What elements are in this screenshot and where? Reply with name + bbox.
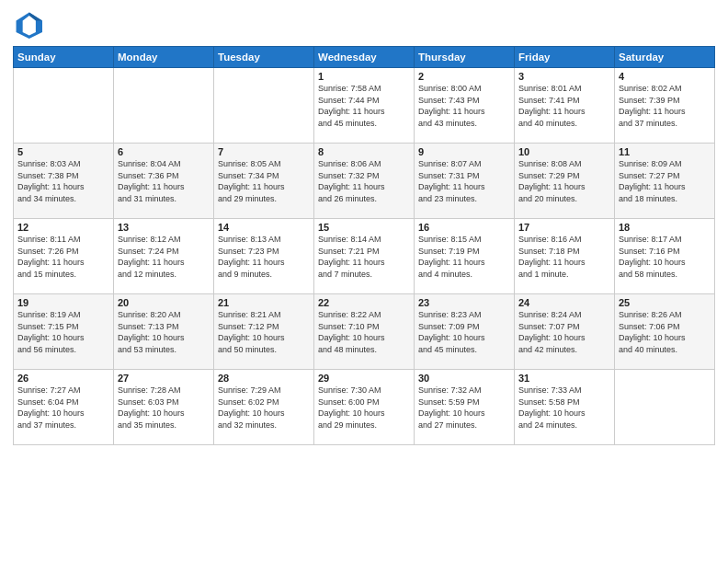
day-number: 2	[418, 71, 510, 82]
table-row: 14Sunrise: 8:13 AM Sunset: 7:23 PM Dayli…	[214, 219, 314, 294]
day-info: Sunrise: 7:58 AM Sunset: 7:44 PM Dayligh…	[318, 83, 410, 129]
col-saturday: Saturday	[615, 47, 715, 68]
table-row: 24Sunrise: 8:24 AM Sunset: 7:07 PM Dayli…	[515, 294, 615, 370]
day-info: Sunrise: 8:12 AM Sunset: 7:24 PM Dayligh…	[118, 234, 210, 280]
day-number: 13	[118, 222, 210, 233]
table-row: 25Sunrise: 8:26 AM Sunset: 7:06 PM Dayli…	[615, 294, 715, 370]
day-info: Sunrise: 8:05 AM Sunset: 7:34 PM Dayligh…	[218, 158, 310, 204]
table-row: 12Sunrise: 8:11 AM Sunset: 7:26 PM Dayli…	[14, 219, 114, 294]
table-row: 27Sunrise: 7:28 AM Sunset: 6:03 PM Dayli…	[114, 370, 214, 445]
col-thursday: Thursday	[415, 47, 515, 68]
day-number: 18	[619, 222, 711, 233]
day-info: Sunrise: 8:20 AM Sunset: 7:13 PM Dayligh…	[118, 309, 210, 355]
day-info: Sunrise: 8:00 AM Sunset: 7:43 PM Dayligh…	[418, 83, 510, 129]
calendar-week-row: 12Sunrise: 8:11 AM Sunset: 7:26 PM Dayli…	[14, 219, 715, 294]
day-number: 8	[318, 146, 410, 157]
day-number: 25	[619, 297, 711, 308]
day-info: Sunrise: 8:23 AM Sunset: 7:09 PM Dayligh…	[418, 309, 510, 355]
day-info: Sunrise: 8:11 AM Sunset: 7:26 PM Dayligh…	[17, 234, 109, 280]
day-info: Sunrise: 7:30 AM Sunset: 6:00 PM Dayligh…	[318, 385, 410, 431]
day-number: 30	[418, 373, 510, 384]
table-row	[615, 370, 715, 445]
header	[13, 9, 715, 39]
day-info: Sunrise: 8:07 AM Sunset: 7:31 PM Dayligh…	[418, 158, 510, 204]
page: Sunday Monday Tuesday Wednesday Thursday…	[0, 0, 728, 563]
table-row: 16Sunrise: 8:15 AM Sunset: 7:19 PM Dayli…	[415, 219, 515, 294]
col-wednesday: Wednesday	[314, 47, 415, 68]
table-row: 21Sunrise: 8:21 AM Sunset: 7:12 PM Dayli…	[214, 294, 314, 370]
table-row: 13Sunrise: 8:12 AM Sunset: 7:24 PM Dayli…	[114, 219, 214, 294]
col-friday: Friday	[515, 47, 615, 68]
calendar-week-row: 26Sunrise: 7:27 AM Sunset: 6:04 PM Dayli…	[14, 370, 715, 445]
day-number: 22	[318, 297, 410, 308]
day-number: 17	[518, 222, 610, 233]
day-info: Sunrise: 8:16 AM Sunset: 7:18 PM Dayligh…	[518, 234, 610, 280]
day-number: 12	[17, 222, 109, 233]
table-row: 30Sunrise: 7:32 AM Sunset: 5:59 PM Dayli…	[415, 370, 515, 445]
calendar-header-row: Sunday Monday Tuesday Wednesday Thursday…	[14, 47, 715, 68]
day-number: 1	[318, 71, 410, 82]
table-row: 22Sunrise: 8:22 AM Sunset: 7:10 PM Dayli…	[314, 294, 415, 370]
table-row	[14, 68, 114, 144]
col-monday: Monday	[114, 47, 214, 68]
day-number: 9	[418, 146, 510, 157]
day-info: Sunrise: 8:21 AM Sunset: 7:12 PM Dayligh…	[218, 309, 310, 355]
day-info: Sunrise: 7:33 AM Sunset: 5:58 PM Dayligh…	[518, 385, 610, 431]
day-number: 28	[218, 373, 310, 384]
day-info: Sunrise: 7:32 AM Sunset: 5:59 PM Dayligh…	[418, 385, 510, 431]
day-info: Sunrise: 7:27 AM Sunset: 6:04 PM Dayligh…	[17, 385, 109, 431]
table-row: 29Sunrise: 7:30 AM Sunset: 6:00 PM Dayli…	[314, 370, 415, 445]
col-tuesday: Tuesday	[214, 47, 314, 68]
day-info: Sunrise: 8:08 AM Sunset: 7:29 PM Dayligh…	[518, 158, 610, 204]
logo-icon	[13, 9, 42, 39]
calendar-week-row: 19Sunrise: 8:19 AM Sunset: 7:15 PM Dayli…	[14, 294, 715, 370]
day-info: Sunrise: 8:06 AM Sunset: 7:32 PM Dayligh…	[318, 158, 410, 204]
table-row: 28Sunrise: 7:29 AM Sunset: 6:02 PM Dayli…	[214, 370, 314, 445]
calendar-week-row: 1Sunrise: 7:58 AM Sunset: 7:44 PM Daylig…	[14, 68, 715, 144]
day-info: Sunrise: 8:26 AM Sunset: 7:06 PM Dayligh…	[619, 309, 711, 355]
table-row: 17Sunrise: 8:16 AM Sunset: 7:18 PM Dayli…	[515, 219, 615, 294]
day-number: 7	[218, 146, 310, 157]
table-row: 4Sunrise: 8:02 AM Sunset: 7:39 PM Daylig…	[615, 68, 715, 144]
day-number: 4	[619, 71, 711, 82]
day-info: Sunrise: 7:29 AM Sunset: 6:02 PM Dayligh…	[218, 385, 310, 431]
day-number: 3	[518, 71, 610, 82]
table-row: 5Sunrise: 8:03 AM Sunset: 7:38 PM Daylig…	[14, 144, 114, 219]
day-number: 10	[518, 146, 610, 157]
table-row	[214, 68, 314, 144]
table-row: 6Sunrise: 8:04 AM Sunset: 7:36 PM Daylig…	[114, 144, 214, 219]
table-row: 19Sunrise: 8:19 AM Sunset: 7:15 PM Dayli…	[14, 294, 114, 370]
table-row: 9Sunrise: 8:07 AM Sunset: 7:31 PM Daylig…	[415, 144, 515, 219]
day-number: 15	[318, 222, 410, 233]
day-number: 19	[17, 297, 109, 308]
day-number: 31	[518, 373, 610, 384]
day-info: Sunrise: 8:13 AM Sunset: 7:23 PM Dayligh…	[218, 234, 310, 280]
table-row: 15Sunrise: 8:14 AM Sunset: 7:21 PM Dayli…	[314, 219, 415, 294]
day-number: 21	[218, 297, 310, 308]
table-row: 1Sunrise: 7:58 AM Sunset: 7:44 PM Daylig…	[314, 68, 415, 144]
day-number: 24	[518, 297, 610, 308]
table-row: 26Sunrise: 7:27 AM Sunset: 6:04 PM Dayli…	[14, 370, 114, 445]
day-number: 26	[17, 373, 109, 384]
table-row: 3Sunrise: 8:01 AM Sunset: 7:41 PM Daylig…	[515, 68, 615, 144]
day-info: Sunrise: 8:03 AM Sunset: 7:38 PM Dayligh…	[17, 158, 109, 204]
table-row: 10Sunrise: 8:08 AM Sunset: 7:29 PM Dayli…	[515, 144, 615, 219]
day-info: Sunrise: 8:22 AM Sunset: 7:10 PM Dayligh…	[318, 309, 410, 355]
day-info: Sunrise: 8:04 AM Sunset: 7:36 PM Dayligh…	[118, 158, 210, 204]
day-info: Sunrise: 8:01 AM Sunset: 7:41 PM Dayligh…	[518, 83, 610, 129]
day-info: Sunrise: 8:19 AM Sunset: 7:15 PM Dayligh…	[17, 309, 109, 355]
calendar-table: Sunday Monday Tuesday Wednesday Thursday…	[13, 46, 715, 445]
table-row: 11Sunrise: 8:09 AM Sunset: 7:27 PM Dayli…	[615, 144, 715, 219]
day-info: Sunrise: 8:15 AM Sunset: 7:19 PM Dayligh…	[418, 234, 510, 280]
day-number: 27	[118, 373, 210, 384]
logo	[13, 9, 46, 39]
day-number: 23	[418, 297, 510, 308]
day-number: 11	[619, 146, 711, 157]
day-info: Sunrise: 8:14 AM Sunset: 7:21 PM Dayligh…	[318, 234, 410, 280]
day-number: 29	[318, 373, 410, 384]
day-info: Sunrise: 8:09 AM Sunset: 7:27 PM Dayligh…	[619, 158, 711, 204]
day-info: Sunrise: 8:24 AM Sunset: 7:07 PM Dayligh…	[518, 309, 610, 355]
table-row: 2Sunrise: 8:00 AM Sunset: 7:43 PM Daylig…	[415, 68, 515, 144]
col-sunday: Sunday	[14, 47, 114, 68]
table-row: 20Sunrise: 8:20 AM Sunset: 7:13 PM Dayli…	[114, 294, 214, 370]
